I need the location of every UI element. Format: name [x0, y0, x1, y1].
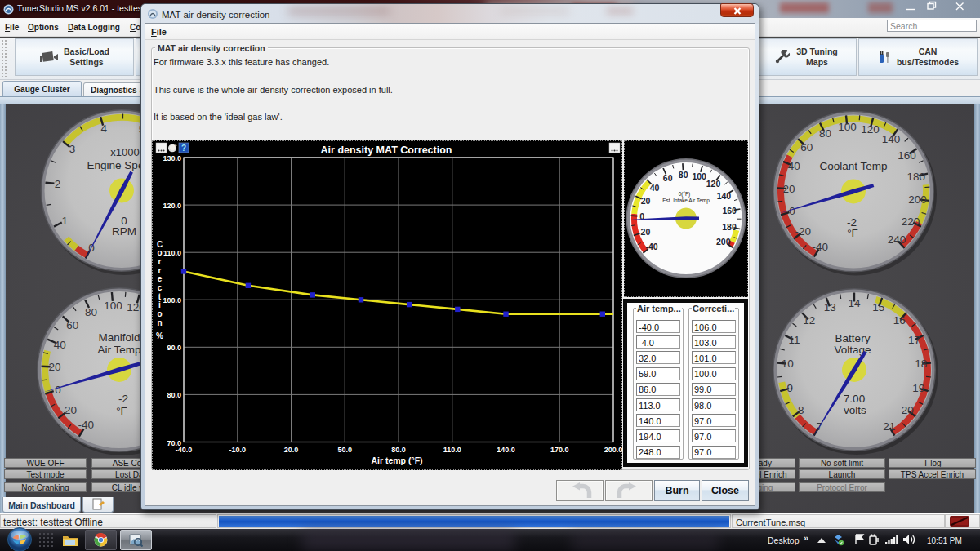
svg-text:140.0: 140.0: [497, 446, 515, 454]
svg-text:r: r: [158, 257, 162, 266]
svg-text:20: 20: [49, 361, 61, 373]
svg-text:12: 12: [803, 314, 815, 327]
svg-text:i: i: [158, 300, 161, 309]
svg-text:10: 10: [782, 358, 794, 370]
svg-text:40: 40: [788, 160, 800, 172]
svg-text:90.0: 90.0: [167, 344, 181, 352]
svg-text:Est. Intake Air Temp: Est. Intake Air Temp: [662, 198, 710, 204]
svg-text:0: 0: [639, 211, 644, 221]
svg-text:4: 4: [100, 122, 107, 135]
svg-text:20.0: 20.0: [284, 446, 299, 454]
svg-text:160: 160: [898, 149, 916, 162]
svg-text:-40: -40: [645, 242, 657, 251]
svg-text:t: t: [158, 292, 162, 301]
svg-text:170.0: 170.0: [550, 446, 569, 454]
svg-text:-2: -2: [118, 393, 128, 405]
svg-text:0: 0: [55, 384, 61, 396]
svg-text:140: 140: [717, 191, 732, 201]
svg-text:11: 11: [788, 334, 800, 346]
svg-text:120.0: 120.0: [163, 202, 181, 210]
svg-text:-40: -40: [78, 419, 95, 431]
svg-text:17: 17: [908, 334, 920, 346]
svg-text:50.0: 50.0: [337, 446, 352, 454]
svg-text:C: C: [157, 240, 163, 249]
svg-text:RPM: RPM: [112, 225, 136, 238]
svg-text:1: 1: [61, 215, 68, 227]
svg-text:x1000: x1000: [110, 146, 139, 158]
svg-text:7.00: 7.00: [844, 393, 865, 405]
svg-text:-40.0: -40.0: [176, 446, 193, 454]
svg-text:120: 120: [706, 179, 721, 189]
svg-text:80: 80: [85, 306, 97, 318]
svg-text:Manifold: Manifold: [98, 331, 140, 344]
svg-text:20: 20: [783, 183, 795, 195]
svg-text:?: ?: [181, 144, 186, 153]
svg-text:80.0: 80.0: [391, 446, 406, 454]
svg-text:volts: volts: [844, 404, 866, 416]
svg-text:Battery: Battery: [835, 332, 871, 344]
svg-text:80: 80: [679, 170, 688, 180]
svg-text:o: o: [157, 248, 162, 257]
svg-text:e: e: [158, 274, 163, 283]
svg-text:3: 3: [69, 143, 76, 155]
svg-text:-20: -20: [795, 225, 811, 238]
svg-text:110.0: 110.0: [163, 249, 181, 257]
svg-text:60: 60: [800, 141, 813, 153]
svg-text:%: %: [156, 331, 163, 340]
svg-text:240: 240: [888, 233, 906, 246]
svg-text:18: 18: [915, 358, 927, 370]
svg-text:-10.0: -10.0: [229, 446, 247, 454]
svg-text:40: 40: [54, 339, 66, 351]
svg-text:160: 160: [722, 206, 737, 216]
svg-text:r: r: [158, 266, 162, 275]
svg-text:0: 0: [789, 205, 795, 217]
svg-text:Air density MAT Correction: Air density MAT Correction: [321, 144, 452, 156]
svg-text:130.0: 130.0: [163, 154, 181, 162]
svg-text:100: 100: [692, 171, 706, 181]
svg-text:60: 60: [66, 319, 78, 331]
svg-text:Air temp (°F): Air temp (°F): [371, 455, 422, 465]
svg-text:-40: -40: [813, 241, 829, 253]
svg-text:13: 13: [824, 301, 836, 313]
svg-text:15: 15: [872, 301, 884, 313]
svg-text:c: c: [158, 283, 163, 292]
svg-text:220: 220: [902, 216, 920, 228]
svg-text:Coolant Temp: Coolant Temp: [819, 160, 887, 172]
svg-text:80: 80: [819, 127, 831, 140]
svg-text:60: 60: [663, 173, 673, 183]
svg-text:100.0: 100.0: [163, 296, 181, 304]
svg-text:2: 2: [55, 178, 61, 190]
svg-text:200: 200: [716, 237, 731, 247]
svg-text:180: 180: [722, 222, 737, 232]
svg-text:°F: °F: [116, 405, 127, 417]
svg-text:14: 14: [848, 297, 861, 309]
svg-text:80.0: 80.0: [167, 391, 181, 399]
svg-text:100: 100: [838, 121, 857, 133]
svg-text:16: 16: [893, 314, 906, 327]
svg-text:110.0: 110.0: [443, 446, 461, 454]
svg-text:40: 40: [650, 183, 660, 193]
svg-text:20: 20: [902, 404, 914, 416]
svg-text:120: 120: [861, 123, 880, 136]
svg-text:200: 200: [908, 193, 927, 206]
svg-text:200.0: 200.0: [604, 446, 622, 454]
svg-text:Air Temp: Air Temp: [97, 344, 140, 356]
svg-text:o: o: [157, 309, 162, 318]
svg-text:0(°F): 0(°F): [679, 191, 691, 198]
svg-text:19: 19: [912, 382, 924, 394]
svg-text:9: 9: [786, 382, 793, 394]
svg-text:21: 21: [883, 420, 895, 433]
svg-text:°F: °F: [847, 227, 858, 239]
svg-text:180: 180: [907, 171, 926, 183]
svg-text:-20: -20: [60, 404, 77, 416]
svg-text:20: 20: [641, 196, 651, 206]
svg-text:8: 8: [798, 404, 804, 416]
svg-text:n: n: [157, 318, 162, 327]
svg-text:140: 140: [882, 133, 901, 145]
svg-text:-20: -20: [638, 227, 650, 237]
svg-text:100: 100: [104, 300, 122, 312]
